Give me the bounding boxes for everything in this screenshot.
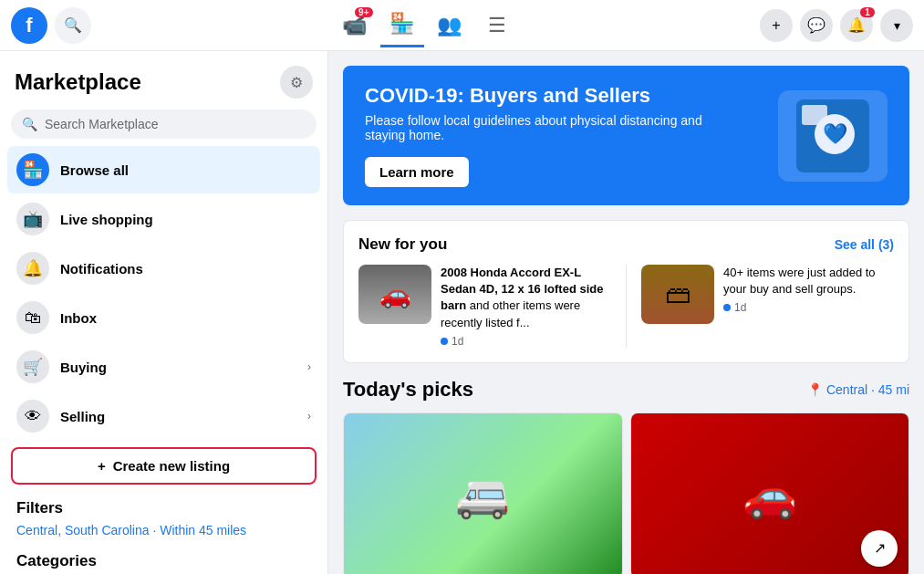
todays-picks-header: Today's picks 📍 Central · 45 mi <box>343 378 909 402</box>
nfy-thumb-1: 🗃 <box>641 265 714 324</box>
nfy-title: New for you <box>358 235 447 254</box>
todays-picks-location[interactable]: 📍 Central · 45 mi <box>807 382 909 397</box>
sidebar-item-selling[interactable]: 👁 Selling › <box>7 392 320 440</box>
rv-image: 🚐 <box>344 413 622 574</box>
nfy-desc-0: 2008 Honda Accord EX-L Sedan 4D, 12 x 16… <box>441 265 611 348</box>
covid-title: COVID-19: Buyers and Sellers <box>365 84 730 108</box>
nav-search-button[interactable]: 🔍 <box>55 7 91 44</box>
layout: Marketplace ⚙ 🔍 Search Marketplace 🏪 Bro… <box>0 51 924 574</box>
picks-grid: 🚐 🚗 ↗ <box>343 412 909 574</box>
nav-menu-btn[interactable]: ☰ <box>475 4 519 47</box>
sidebar-label-inbox: Inbox <box>60 310 311 326</box>
sidebar-label-selling: Selling <box>60 409 296 424</box>
sidebar-label-live-shopping: Live shopping <box>60 212 311 227</box>
sidebar: Marketplace ⚙ 🔍 Search Marketplace 🏪 Bro… <box>0 51 328 574</box>
filter-location[interactable]: Central, South Carolina · Within 45 mile… <box>7 521 320 545</box>
notifications-badge: 1 <box>860 7 875 17</box>
scroll-external-btn[interactable]: ↗ <box>861 530 898 567</box>
inbox-icon: 🛍 <box>16 301 49 334</box>
location-text: Central · 45 mi <box>826 382 909 397</box>
nfy-desc-1: 40+ items were just added to your buy an… <box>723 265 894 314</box>
sidebar-item-inbox[interactable]: 🛍 Inbox <box>7 294 320 341</box>
account-menu-btn[interactable]: ▾ <box>880 9 913 42</box>
notifications-btn[interactable]: 🔔 1 <box>840 9 873 42</box>
pick-card-rv[interactable]: 🚐 <box>343 412 623 574</box>
nfy-text-1: 40+ items were just added to your buy an… <box>723 265 894 297</box>
notifications-icon: 🔔 <box>16 252 49 285</box>
buying-chevron-icon: › <box>307 360 311 373</box>
nfy-dot-1 <box>723 304 731 311</box>
nfy-header: New for you See all (3) <box>358 235 894 254</box>
filters-section-title: Filters <box>7 492 320 521</box>
pick-card-car[interactable]: 🚗 ↗ <box>630 412 910 574</box>
nfy-text-0: 2008 Honda Accord EX-L Sedan 4D, 12 x 16… <box>441 265 611 331</box>
sidebar-item-notifications[interactable]: 🔔 Notifications <box>7 245 320 292</box>
add-btn[interactable]: + <box>760 9 793 42</box>
menu-icon: ☰ <box>488 14 506 37</box>
categories-section-title: Categories <box>7 545 320 574</box>
selling-icon: 👁 <box>16 400 49 433</box>
nav-marketplace-btn[interactable]: 🏪 <box>380 4 424 47</box>
learn-more-button[interactable]: Learn more <box>365 157 469 187</box>
facebook-logo[interactable]: f <box>11 7 47 44</box>
sidebar-item-browse-all[interactable]: 🏪 Browse all <box>7 146 320 193</box>
create-listing-label: Create new listing <box>113 458 230 474</box>
covid-icon-wrap: 💙 <box>778 90 888 182</box>
messenger-btn[interactable]: 💬 <box>800 9 833 42</box>
nav-center: 📹 9+ 🏪 👥 ☰ <box>99 4 753 47</box>
covid-subtitle: Please follow local guidelines about phy… <box>365 113 730 142</box>
plus-icon: + <box>98 458 106 474</box>
nav-right: + 💬 🔔 1 ▾ <box>760 9 913 42</box>
groups-icon: 👥 <box>437 14 462 37</box>
nfy-divider <box>626 265 627 348</box>
selling-chevron-icon: › <box>307 410 311 423</box>
top-nav: f 🔍 📹 9+ 🏪 👥 ☰ + 💬 🔔 1 ▾ <box>0 0 924 51</box>
new-for-you-card: New for you See all (3) 🚗 2008 Honda Acc… <box>343 220 909 363</box>
covid-text-block: COVID-19: Buyers and Sellers Please foll… <box>365 84 730 187</box>
nfy-item-1[interactable]: 🗃 40+ items were just added to your buy … <box>641 265 894 348</box>
messenger-icon: 💬 <box>807 16 825 34</box>
nfy-see-all-btn[interactable]: See all (3) <box>835 237 894 252</box>
live-shopping-icon: 📺 <box>16 203 49 235</box>
marketplace-icon: 🏪 <box>389 12 414 36</box>
nav-video-btn[interactable]: 📹 9+ <box>333 4 377 47</box>
browse-all-icon: 🏪 <box>16 153 49 186</box>
nav-groups-btn[interactable]: 👥 <box>428 4 472 47</box>
settings-gear-btn[interactable]: ⚙ <box>280 66 313 99</box>
main-content: COVID-19: Buyers and Sellers Please foll… <box>328 51 924 574</box>
create-listing-button[interactable]: + Create new listing <box>11 447 317 485</box>
search-icon: 🔍 <box>22 117 37 131</box>
buying-icon: 🛒 <box>16 350 49 383</box>
covid-icon: 💙 <box>796 99 869 172</box>
search-placeholder: Search Marketplace <box>45 117 159 131</box>
nfy-item-0[interactable]: 🚗 2008 Honda Accord EX-L Sedan 4D, 12 x … <box>358 265 611 348</box>
sidebar-label-notifications: Notifications <box>60 261 311 277</box>
sidebar-title: Marketplace <box>15 69 141 95</box>
nfy-time-1: 1d <box>723 301 894 314</box>
video-badge: 9+ <box>355 7 372 17</box>
sidebar-title-row: Marketplace ⚙ <box>7 62 320 110</box>
nfy-time-0: 1d <box>441 335 611 348</box>
sidebar-label-browse-all: Browse all <box>60 162 311 178</box>
nfy-thumb-0: 🚗 <box>358 265 431 324</box>
search-bar[interactable]: 🔍 Search Marketplace <box>11 110 317 139</box>
todays-picks-title: Today's picks <box>343 378 473 402</box>
location-pin-icon: 📍 <box>807 382 823 397</box>
sidebar-item-live-shopping[interactable]: 📺 Live shopping <box>7 195 320 243</box>
sidebar-item-buying[interactable]: 🛒 Buying › <box>7 343 320 391</box>
sidebar-label-buying: Buying <box>60 360 296 375</box>
covid-banner: COVID-19: Buyers and Sellers Please foll… <box>343 66 909 205</box>
bell-icon: 🔔 <box>847 16 866 34</box>
nfy-dot-0 <box>441 338 448 345</box>
nfy-items: 🚗 2008 Honda Accord EX-L Sedan 4D, 12 x … <box>358 265 894 348</box>
